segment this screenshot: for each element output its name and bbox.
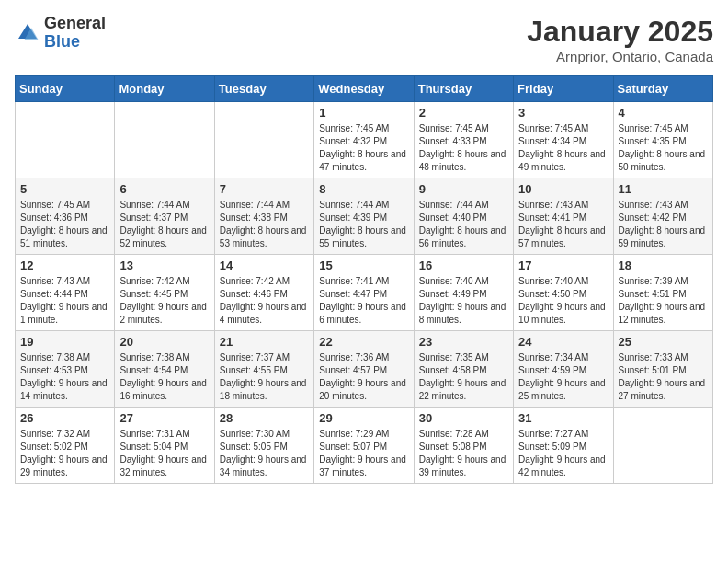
- day-number: 23: [419, 335, 508, 349]
- calendar-cell: [613, 408, 712, 484]
- calendar-cell: 9Sunrise: 7:44 AM Sunset: 4:40 PM Daylig…: [414, 178, 513, 255]
- calendar-cell: 28Sunrise: 7:30 AM Sunset: 5:05 PM Dayli…: [214, 408, 313, 484]
- day-number: 2: [419, 106, 508, 120]
- day-number: 1: [319, 106, 408, 120]
- day-info: Sunrise: 7:42 AM Sunset: 4:46 PM Dayligh…: [220, 275, 309, 327]
- day-number: 3: [518, 106, 608, 120]
- day-number: 17: [518, 259, 608, 272]
- day-number: 19: [20, 335, 109, 349]
- day-info: Sunrise: 7:43 AM Sunset: 4:44 PM Dayligh…: [20, 275, 109, 327]
- day-info: Sunrise: 7:36 AM Sunset: 4:57 PM Dayligh…: [319, 351, 408, 403]
- calendar-cell: 14Sunrise: 7:42 AM Sunset: 4:46 PM Dayli…: [214, 255, 313, 331]
- day-info: Sunrise: 7:27 AM Sunset: 5:09 PM Dayligh…: [518, 428, 608, 479]
- calendar-cell: 6Sunrise: 7:44 AM Sunset: 4:37 PM Daylig…: [115, 178, 214, 255]
- calendar-cell: 20Sunrise: 7:38 AM Sunset: 4:54 PM Dayli…: [115, 331, 214, 408]
- day-info: Sunrise: 7:32 AM Sunset: 5:02 PM Dayligh…: [20, 428, 109, 479]
- weekday-header: Tuesday: [214, 76, 313, 102]
- calendar-cell: 4Sunrise: 7:45 AM Sunset: 4:35 PM Daylig…: [613, 102, 712, 178]
- day-info: Sunrise: 7:30 AM Sunset: 5:05 PM Dayligh…: [220, 428, 309, 479]
- logo: General Blue: [15, 15, 106, 52]
- day-info: Sunrise: 7:43 AM Sunset: 4:42 PM Dayligh…: [619, 199, 708, 250]
- calendar-cell: 2Sunrise: 7:45 AM Sunset: 4:33 PM Daylig…: [414, 102, 513, 178]
- day-number: 9: [419, 182, 508, 196]
- day-number: 13: [119, 259, 209, 272]
- month-title: January 2025: [527, 15, 713, 49]
- day-info: Sunrise: 7:38 AM Sunset: 4:54 PM Dayligh…: [119, 351, 209, 403]
- calendar-cell: 8Sunrise: 7:44 AM Sunset: 4:39 PM Daylig…: [314, 178, 414, 255]
- day-info: Sunrise: 7:43 AM Sunset: 4:41 PM Dayligh…: [518, 199, 608, 250]
- day-number: 28: [220, 411, 309, 425]
- day-info: Sunrise: 7:40 AM Sunset: 4:49 PM Dayligh…: [419, 275, 508, 327]
- day-number: 21: [220, 335, 309, 349]
- calendar-cell: 19Sunrise: 7:38 AM Sunset: 4:53 PM Dayli…: [16, 331, 115, 408]
- day-number: 18: [619, 259, 708, 272]
- weekday-header: Saturday: [613, 76, 712, 102]
- calendar-cell: 21Sunrise: 7:37 AM Sunset: 4:55 PM Dayli…: [214, 331, 313, 408]
- day-number: 26: [20, 411, 109, 425]
- calendar-cell: 27Sunrise: 7:31 AM Sunset: 5:04 PM Dayli…: [115, 408, 214, 484]
- day-info: Sunrise: 7:44 AM Sunset: 4:40 PM Dayligh…: [419, 199, 508, 250]
- calendar-cell: 22Sunrise: 7:36 AM Sunset: 4:57 PM Dayli…: [314, 331, 414, 408]
- calendar-cell: 16Sunrise: 7:40 AM Sunset: 4:49 PM Dayli…: [414, 255, 513, 331]
- day-info: Sunrise: 7:31 AM Sunset: 5:04 PM Dayligh…: [119, 428, 209, 479]
- day-number: 8: [319, 182, 408, 196]
- weekday-header: Thursday: [414, 76, 513, 102]
- day-info: Sunrise: 7:44 AM Sunset: 4:39 PM Dayligh…: [319, 199, 408, 250]
- day-number: 31: [518, 411, 608, 425]
- calendar-cell: 12Sunrise: 7:43 AM Sunset: 4:44 PM Dayli…: [16, 255, 115, 331]
- day-number: 27: [119, 411, 209, 425]
- day-info: Sunrise: 7:37 AM Sunset: 4:55 PM Dayligh…: [220, 351, 309, 403]
- calendar-cell: 5Sunrise: 7:45 AM Sunset: 4:36 PM Daylig…: [16, 178, 115, 255]
- day-number: 6: [119, 182, 209, 196]
- day-number: 5: [20, 182, 109, 196]
- day-number: 29: [319, 411, 408, 425]
- weekday-header: Friday: [514, 76, 613, 102]
- day-number: 10: [518, 182, 608, 196]
- calendar-week-row: 26Sunrise: 7:32 AM Sunset: 5:02 PM Dayli…: [16, 408, 713, 484]
- day-info: Sunrise: 7:33 AM Sunset: 5:01 PM Dayligh…: [619, 351, 708, 403]
- logo-general-text: General: [44, 15, 106, 33]
- day-number: 14: [220, 259, 309, 272]
- calendar-cell: 30Sunrise: 7:28 AM Sunset: 5:08 PM Dayli…: [414, 408, 513, 484]
- day-number: 24: [518, 335, 608, 349]
- day-info: Sunrise: 7:45 AM Sunset: 4:35 PM Dayligh…: [619, 122, 708, 174]
- calendar-cell: 1Sunrise: 7:45 AM Sunset: 4:32 PM Daylig…: [314, 102, 414, 178]
- day-info: Sunrise: 7:44 AM Sunset: 4:37 PM Dayligh…: [119, 199, 209, 250]
- calendar-cell: 26Sunrise: 7:32 AM Sunset: 5:02 PM Dayli…: [16, 408, 115, 484]
- calendar-cell: [214, 102, 313, 178]
- day-info: Sunrise: 7:39 AM Sunset: 4:51 PM Dayligh…: [619, 275, 708, 327]
- day-info: Sunrise: 7:34 AM Sunset: 4:59 PM Dayligh…: [518, 351, 608, 403]
- calendar-cell: 13Sunrise: 7:42 AM Sunset: 4:45 PM Dayli…: [115, 255, 214, 331]
- calendar-cell: 25Sunrise: 7:33 AM Sunset: 5:01 PM Dayli…: [613, 331, 712, 408]
- weekday-header: Wednesday: [314, 76, 414, 102]
- day-info: Sunrise: 7:38 AM Sunset: 4:53 PM Dayligh…: [20, 351, 109, 403]
- logo-icon: [15, 20, 40, 46]
- weekday-header: Sunday: [16, 76, 115, 102]
- calendar-cell: 18Sunrise: 7:39 AM Sunset: 4:51 PM Dayli…: [613, 255, 712, 331]
- day-number: 4: [619, 106, 708, 120]
- day-info: Sunrise: 7:35 AM Sunset: 4:58 PM Dayligh…: [419, 351, 508, 403]
- weekday-header-row: SundayMondayTuesdayWednesdayThursdayFrid…: [16, 76, 713, 102]
- day-info: Sunrise: 7:29 AM Sunset: 5:07 PM Dayligh…: [319, 428, 408, 479]
- day-info: Sunrise: 7:44 AM Sunset: 4:38 PM Dayligh…: [220, 199, 309, 250]
- day-info: Sunrise: 7:45 AM Sunset: 4:32 PM Dayligh…: [319, 122, 408, 174]
- calendar-cell: [115, 102, 214, 178]
- calendar-cell: 15Sunrise: 7:41 AM Sunset: 4:47 PM Dayli…: [314, 255, 414, 331]
- day-number: 12: [20, 259, 109, 272]
- day-number: 15: [319, 259, 408, 272]
- calendar-week-row: 19Sunrise: 7:38 AM Sunset: 4:53 PM Dayli…: [16, 331, 713, 408]
- day-number: 30: [419, 411, 508, 425]
- calendar-week-row: 5Sunrise: 7:45 AM Sunset: 4:36 PM Daylig…: [16, 178, 713, 255]
- calendar-cell: 29Sunrise: 7:29 AM Sunset: 5:07 PM Dayli…: [314, 408, 414, 484]
- calendar-cell: 11Sunrise: 7:43 AM Sunset: 4:42 PM Dayli…: [613, 178, 712, 255]
- calendar-cell: 31Sunrise: 7:27 AM Sunset: 5:09 PM Dayli…: [514, 408, 613, 484]
- location-subtitle: Arnprior, Ontario, Canada: [527, 49, 713, 64]
- calendar-cell: 7Sunrise: 7:44 AM Sunset: 4:38 PM Daylig…: [214, 178, 313, 255]
- day-number: 16: [419, 259, 508, 272]
- weekday-header: Monday: [115, 76, 214, 102]
- day-number: 20: [119, 335, 209, 349]
- day-info: Sunrise: 7:42 AM Sunset: 4:45 PM Dayligh…: [119, 275, 209, 327]
- day-info: Sunrise: 7:28 AM Sunset: 5:08 PM Dayligh…: [419, 428, 508, 479]
- calendar-cell: 10Sunrise: 7:43 AM Sunset: 4:41 PM Dayli…: [514, 178, 613, 255]
- day-info: Sunrise: 7:45 AM Sunset: 4:36 PM Dayligh…: [20, 199, 109, 250]
